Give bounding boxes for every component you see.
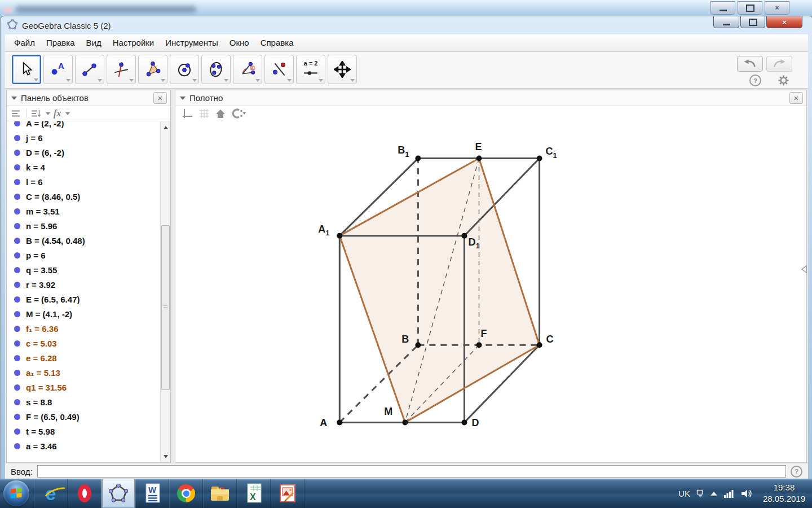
taskbar-chrome[interactable] — [169, 479, 203, 508]
point-C[interactable] — [537, 342, 542, 348]
move-canvas-tool[interactable] — [328, 55, 357, 84]
point-B1[interactable] — [415, 156, 421, 161]
taskbar-clock[interactable]: 19:38 28.05.2019 — [760, 482, 805, 505]
point-capture-icon[interactable] — [231, 108, 246, 119]
language-indicator[interactable]: UK — [678, 489, 690, 498]
point-F[interactable] — [476, 342, 482, 348]
point-C1[interactable] — [537, 156, 542, 161]
taskbar-internet-explorer[interactable]: e — [34, 479, 68, 508]
auxiliary-objects-icon[interactable] — [11, 110, 21, 117]
menu-item-settings[interactable]: Настройки — [107, 34, 160, 51]
point-tool[interactable]: A — [43, 55, 73, 84]
menu-item-help[interactable]: Справка — [255, 34, 299, 51]
point-D1[interactable] — [461, 233, 467, 239]
graphics-close-button[interactable]: × — [789, 92, 803, 104]
algebra-object-row[interactable]: a₁ = 5.13 — [7, 365, 161, 380]
algebra-object-row[interactable]: f₁ = 6.36 — [7, 321, 161, 336]
panel-collapse-icon[interactable] — [180, 97, 186, 100]
graphics-view[interactable]: ABCDMFEA1B1C1D1 — [175, 121, 806, 462]
taskbar-picture-editor[interactable] — [271, 479, 304, 508]
sort-objects-icon[interactable] — [31, 110, 41, 117]
tool-dropdown-icon[interactable] — [224, 79, 228, 82]
menu-item-window[interactable]: Окно — [224, 34, 255, 51]
algebra-object-row[interactable]: A = (2, -2) — [7, 121, 161, 130]
menu-item-file[interactable]: Файл — [8, 34, 41, 51]
algebra-object-row[interactable]: q = 3.55 — [7, 262, 161, 277]
object-visibility-bullet[interactable] — [14, 355, 20, 361]
point-M[interactable] — [402, 419, 408, 425]
panel-collapse-icon[interactable] — [11, 97, 17, 100]
object-visibility-bullet[interactable] — [14, 179, 20, 185]
bg-minimize-button[interactable] — [710, 1, 735, 15]
algebra-close-button[interactable]: × — [153, 92, 167, 104]
bg-close-button[interactable]: × — [765, 1, 789, 15]
command-input[interactable] — [37, 465, 786, 478]
circle-tool[interactable] — [170, 55, 199, 84]
taskbar-geogebra[interactable] — [102, 479, 135, 508]
algebra-object-row[interactable]: r = 3.92 — [7, 277, 161, 292]
point-D[interactable] — [461, 419, 467, 425]
grid-icon[interactable] — [198, 108, 210, 119]
help-icon[interactable]: ? — [749, 75, 761, 86]
tool-dropdown-icon[interactable] — [66, 79, 70, 82]
move-tool[interactable] — [12, 55, 41, 84]
close-button[interactable]: × — [766, 16, 802, 28]
algebra-object-row[interactable]: j = 6 — [7, 130, 161, 145]
scroll-down-icon[interactable] — [161, 452, 170, 461]
tool-dropdown-icon[interactable] — [350, 79, 355, 82]
algebra-object-row[interactable]: a = 3.46 — [7, 439, 161, 453]
object-visibility-bullet[interactable] — [14, 252, 20, 259]
object-visibility-bullet[interactable] — [14, 150, 20, 156]
tool-dropdown-icon[interactable] — [98, 79, 102, 82]
object-visibility-bullet[interactable] — [14, 135, 20, 141]
taskbar-word[interactable]: W — [135, 479, 169, 508]
object-visibility-bullet[interactable] — [14, 194, 20, 200]
tool-dropdown-icon[interactable] — [287, 79, 292, 82]
object-visibility-bullet[interactable] — [14, 238, 20, 244]
collapse-arrow-icon[interactable] — [801, 265, 807, 276]
point-A1[interactable] — [337, 233, 342, 239]
algebra-object-row[interactable]: p = 6 — [7, 248, 161, 262]
tool-dropdown-icon[interactable] — [192, 79, 197, 82]
menu-item-view[interactable]: Вид — [81, 34, 107, 51]
scrollbar-thumb[interactable] — [161, 225, 170, 390]
algebra-object-row[interactable]: M = (4.1, -2) — [7, 306, 161, 321]
object-visibility-bullet[interactable] — [14, 443, 20, 449]
redo-button[interactable] — [766, 56, 792, 72]
algebra-object-row[interactable]: B = (4.54, 0.48) — [7, 233, 161, 248]
algebra-object-row[interactable]: e = 6.28 — [7, 351, 161, 365]
object-visibility-bullet[interactable] — [14, 326, 20, 332]
scroll-up-icon[interactable] — [161, 122, 170, 132]
fx-dropdown-icon[interactable] — [65, 112, 70, 115]
volume-icon[interactable] — [741, 489, 753, 498]
menu-item-tools[interactable]: Инструменты — [160, 34, 224, 51]
slider-tool[interactable]: a = 2 — [296, 55, 325, 84]
taskbar-excel[interactable]: X — [237, 479, 271, 508]
algebra-object-row[interactable]: k = 4 — [7, 160, 161, 174]
input-help-icon[interactable]: ? — [791, 466, 802, 478]
object-visibility-bullet[interactable] — [14, 223, 20, 229]
object-visibility-bullet[interactable] — [14, 267, 20, 273]
minimize-button[interactable] — [713, 16, 739, 28]
tool-dropdown-icon[interactable] — [319, 79, 323, 82]
algebra-object-row[interactable]: m = 3.51 — [7, 204, 161, 218]
object-visibility-bullet[interactable] — [14, 164, 20, 170]
hidden-icons-icon[interactable] — [710, 492, 717, 496]
algebra-object-row[interactable]: E = (6.5, 6.47) — [7, 292, 161, 306]
algebra-scrollbar[interactable] — [160, 121, 170, 462]
home-icon[interactable] — [215, 108, 226, 119]
menu-item-edit[interactable]: Правка — [41, 34, 81, 51]
algebra-object-row[interactable]: l = 6 — [7, 174, 161, 189]
network-signal-icon[interactable] — [723, 489, 735, 498]
cross-section-fill[interactable] — [339, 159, 539, 423]
axes-icon[interactable] — [181, 108, 193, 119]
tool-dropdown-icon[interactable] — [34, 78, 38, 81]
bg-maximize-button[interactable] — [738, 1, 762, 15]
polygon-tool[interactable] — [138, 55, 167, 84]
object-visibility-bullet[interactable] — [14, 370, 20, 376]
object-visibility-bullet[interactable] — [14, 399, 20, 405]
object-visibility-bullet[interactable] — [14, 428, 20, 435]
taskbar-opera[interactable] — [68, 479, 102, 508]
windows-start-button[interactable] — [3, 480, 29, 506]
angle-tool[interactable]: α — [233, 55, 262, 84]
